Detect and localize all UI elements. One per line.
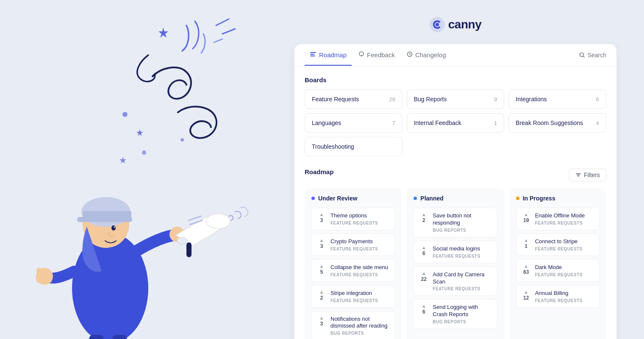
roadmap-section-title: Roadmap: [305, 168, 333, 175]
svg-point-16: [114, 227, 115, 228]
roadmap-header: Roadmap Filters: [305, 168, 606, 181]
list-item[interactable]: ▲ 6 Social media logins FEATURE REQUESTS: [414, 241, 497, 263]
item-content: Collapse the side menu FEATURE REQUESTS: [330, 264, 389, 277]
board-troubleshooting[interactable]: Troubleshooting: [305, 137, 402, 156]
illustration-area: [0, 0, 267, 339]
item-title: Save button not responding: [433, 212, 491, 227]
board-count: 9: [494, 96, 497, 103]
list-item[interactable]: ▲ 2 Save button not responding BUG REPOR…: [414, 208, 497, 237]
item-title: Enable Offline Mode: [535, 212, 594, 220]
item-content: Annual Billing FEATURE REQUESTS: [535, 290, 594, 303]
vote-arrow: ▲: [524, 212, 528, 217]
vote-count: 19: [523, 217, 529, 223]
vote-area: ▲ 3: [317, 316, 326, 327]
board-break-room[interactable]: Break Room Suggestions 4: [508, 113, 606, 133]
item-tag: BUG REPORTS: [433, 320, 491, 324]
vote-arrow: ▲: [524, 238, 528, 243]
svg-point-6: [180, 138, 184, 142]
vote-area: ▲ 12: [522, 290, 531, 301]
search-button[interactable]: Search: [579, 48, 606, 62]
svg-point-27: [436, 23, 439, 26]
item-tag: FEATURE REQUESTS: [535, 247, 594, 251]
svg-rect-20: [186, 242, 192, 257]
board-count: 29: [389, 96, 395, 103]
list-item[interactable]: ▲ 22 Add Card by Camera Scan FEATURE REQ…: [414, 267, 497, 296]
col-header-in-progress: In Progress: [516, 195, 600, 202]
item-tag: FEATURE REQUESTS: [535, 298, 594, 303]
item-tag: FEATURE REQUESTS: [330, 298, 389, 303]
item-content: Save button not responding BUG REPORTS: [433, 212, 491, 233]
list-item[interactable]: ▲ 3 Notifications not dismissed after re…: [311, 311, 395, 339]
roadmap-col-in-progress: In Progress ▲ 19 Enable Offline Mode FEA…: [509, 188, 606, 339]
item-tag: BUG REPORTS: [433, 228, 491, 233]
tab-changelog[interactable]: Changelog: [402, 44, 451, 65]
list-item[interactable]: ▲ 6 Send Logging with Crash Reports BUG …: [414, 299, 497, 329]
board-name: Troubleshooting: [312, 143, 354, 150]
vote-count: 5: [320, 269, 323, 275]
svg-rect-25: [112, 335, 127, 339]
item-tag: FEATURE REQUESTS: [433, 286, 491, 291]
svg-line-35: [583, 56, 584, 57]
board-integrations[interactable]: Integrations 6: [508, 89, 606, 109]
search-icon: [579, 52, 585, 58]
item-tag: FEATURE REQUESTS: [330, 247, 389, 251]
vote-count: 6: [422, 250, 425, 256]
list-item[interactable]: ▲ 5 Collapse the side menu FEATURE REQUE…: [311, 259, 395, 282]
item-content: Connect to Stripe FEATURE REQUESTS: [535, 238, 594, 251]
col-title-in-progress: In Progress: [523, 195, 555, 202]
svg-point-15: [111, 225, 116, 231]
col-header-planned: Planned: [414, 195, 497, 202]
vote-arrow: ▲: [524, 290, 528, 295]
list-item[interactable]: ▲ 3 Crypto Payments FEATURE REQUESTS: [311, 233, 395, 256]
board-internal-feedback[interactable]: Internal Feedback 1: [407, 113, 505, 133]
vote-count: 1: [525, 243, 527, 249]
list-item[interactable]: ▲ 2 Stripe integration FEATURE REQUESTS: [311, 285, 395, 308]
item-title: Connect to Stripe: [535, 238, 594, 245]
search-label: Search: [588, 52, 606, 58]
item-content: Stripe integration FEATURE REQUESTS: [330, 290, 389, 303]
board-name: Break Room Suggestions: [516, 119, 583, 126]
logo-area: canny: [430, 17, 481, 32]
list-item[interactable]: ▲ 19 Enable Offline Mode FEATURE REQUEST…: [516, 208, 600, 230]
vote-arrow: ▲: [319, 290, 324, 295]
vote-count: 6: [422, 309, 425, 315]
item-title: Collapse the side menu: [330, 264, 389, 271]
board-count: 1: [494, 120, 497, 126]
vote-arrow: ▲: [422, 245, 426, 250]
tab-changelog-label: Changelog: [415, 51, 446, 58]
list-item[interactable]: ▲ 3 Theme options FEATURE REQUESTS: [311, 208, 395, 230]
col-title-planned: Planned: [420, 195, 443, 202]
board-count: 4: [596, 120, 599, 126]
tab-feedback[interactable]: Feedback: [353, 44, 400, 65]
vote-arrow: ▲: [422, 304, 426, 308]
svg-point-5: [142, 150, 146, 155]
item-title: Social media logins: [433, 245, 491, 253]
vote-count: 12: [523, 295, 529, 301]
board-name: Feature Requests: [312, 96, 359, 103]
svg-rect-23: [36, 275, 52, 283]
list-item[interactable]: ▲ 1 Connect to Stripe FEATURE REQUESTS: [516, 233, 600, 256]
svg-rect-14: [77, 217, 132, 222]
list-item[interactable]: ▲ 63 Dark Mode FEATURE REQUESTS: [516, 259, 600, 282]
vote-count: 2: [422, 217, 425, 223]
item-content: Dark Mode FEATURE REQUESTS: [535, 264, 594, 277]
item-title: Add Card by Camera Scan: [433, 271, 491, 286]
vote-area: ▲ 19: [522, 212, 531, 223]
board-bug-reports[interactable]: Bug Reports 9: [407, 89, 505, 109]
svg-point-18: [206, 214, 230, 229]
board-feature-requests[interactable]: Feature Requests 29: [305, 89, 402, 109]
board-name: Bug Reports: [414, 96, 447, 103]
filters-button[interactable]: Filters: [569, 169, 606, 181]
board-name: Integrations: [516, 96, 547, 103]
item-tag: BUG REPORTS: [330, 331, 389, 336]
tab-roadmap[interactable]: Roadmap: [305, 44, 352, 66]
card-body: Boards Feature Requests 29 Bug Reports 9…: [294, 66, 616, 339]
board-languages[interactable]: Languages 7: [305, 113, 402, 133]
in-progress-dot: [516, 197, 519, 200]
vote-area: ▲ 3: [317, 238, 326, 249]
feedback-icon: [358, 51, 364, 58]
item-title: Stripe integration: [330, 290, 389, 297]
col-title-under-review: Under Review: [318, 195, 358, 202]
item-title: Notifications not dismissed after readin…: [330, 316, 389, 330]
list-item[interactable]: ▲ 12 Annual Billing FEATURE REQUESTS: [516, 285, 600, 308]
